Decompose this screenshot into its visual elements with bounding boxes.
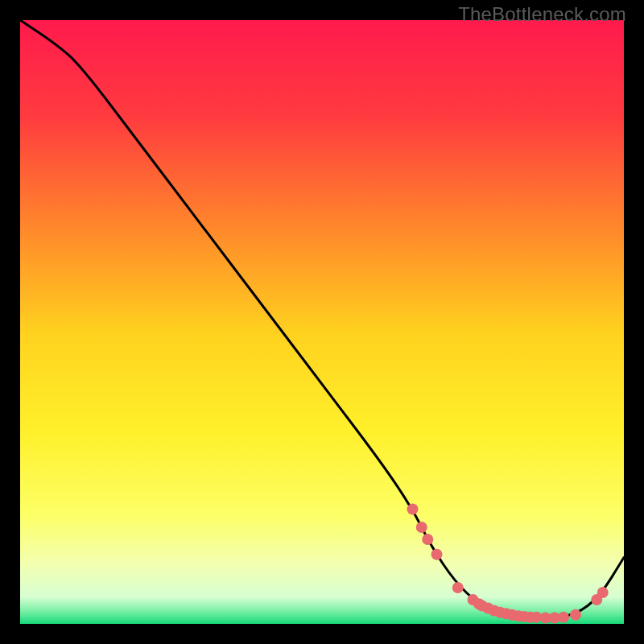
scatter-point	[407, 504, 419, 515]
scatter-point	[452, 582, 464, 593]
plot-area	[20, 20, 624, 624]
watermark-text: TheBottleneck.com	[458, 3, 626, 26]
points-layer	[20, 20, 624, 624]
scatter-point	[416, 522, 427, 533]
chart-stage: TheBottleneck.com	[0, 0, 644, 644]
scatter-point	[570, 609, 581, 621]
scatter-point	[597, 587, 609, 598]
scatter-point	[422, 534, 433, 545]
scatter-point	[558, 612, 569, 623]
scatter-point	[431, 549, 443, 560]
